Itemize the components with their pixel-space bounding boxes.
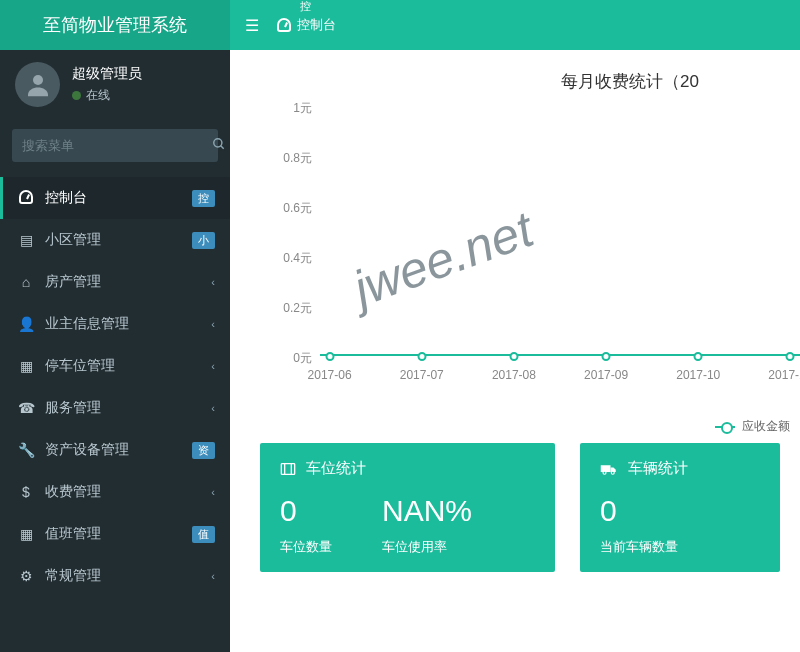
tab-console[interactable]: 控 控制台 bbox=[277, 10, 336, 40]
legend-marker-icon bbox=[715, 426, 735, 428]
chevron-left-icon: ‹ bbox=[211, 570, 215, 582]
sidebar: 超级管理员 在线 控制台控▤小区管理小⌂房产管理‹👤业主信息管理‹▦停车位管理‹… bbox=[0, 50, 230, 652]
chart-point bbox=[694, 352, 703, 361]
list-icon: ▤ bbox=[15, 232, 37, 248]
y-tick: 0.6元 bbox=[283, 200, 312, 217]
film-icon bbox=[280, 461, 296, 477]
dollar-icon: $ bbox=[15, 484, 37, 500]
card-parking-title: 车位统计 bbox=[306, 459, 366, 478]
x-tick: 2017-08 bbox=[492, 368, 536, 382]
menu-label: 资产设备管理 bbox=[45, 441, 192, 459]
menu-label: 房产管理 bbox=[45, 273, 211, 291]
vehicle-count-value: 0 bbox=[600, 494, 678, 528]
chart-area: 0元0.2元0.4元0.6元0.8元1元 2017-062017-072017-… bbox=[260, 108, 800, 418]
svg-line-2 bbox=[221, 146, 224, 149]
x-tick: 2017-06 bbox=[308, 368, 352, 382]
header-right: ☰ 控 控制台 bbox=[230, 10, 351, 40]
card-vehicle-title: 车辆统计 bbox=[628, 459, 688, 478]
user-icon bbox=[23, 70, 53, 100]
menu-label: 业主信息管理 bbox=[45, 315, 211, 333]
vehicle-count-label: 当前车辆数量 bbox=[600, 538, 678, 556]
chevron-left-icon: ‹ bbox=[211, 486, 215, 498]
y-tick: 0.8元 bbox=[283, 150, 312, 167]
sidebar-menu: 控制台控▤小区管理小⌂房产管理‹👤业主信息管理‹▦停车位管理‹☎服务管理‹🔧资产… bbox=[0, 177, 230, 597]
metric-parking-count: 0 车位数量 bbox=[280, 494, 332, 556]
dashboard-icon bbox=[277, 18, 291, 32]
y-tick: 0.4元 bbox=[283, 250, 312, 267]
menu-badge: 控 bbox=[192, 190, 215, 207]
status-text: 在线 bbox=[86, 87, 110, 104]
parking-rate-value: NAN% bbox=[382, 494, 472, 528]
chart-point bbox=[417, 352, 426, 361]
svg-point-8 bbox=[611, 471, 614, 474]
sidebar-item-3[interactable]: 👤业主信息管理‹ bbox=[0, 303, 230, 345]
stat-cards: 车位统计 0 车位数量 NAN% 车位使用率 车辆统计 0 bbox=[260, 418, 800, 572]
y-axis: 0元0.2元0.4元0.6元0.8元1元 bbox=[260, 108, 320, 358]
app-logo: 至简物业管理系统 bbox=[0, 0, 230, 50]
home-icon: ⌂ bbox=[15, 274, 37, 290]
sidebar-item-6[interactable]: 🔧资产设备管理资 bbox=[0, 429, 230, 471]
legend-label: 应收金额 bbox=[742, 419, 790, 433]
chart-line bbox=[320, 354, 800, 356]
menu-toggle-icon[interactable]: ☰ bbox=[245, 16, 259, 35]
user-name: 超级管理员 bbox=[72, 65, 142, 83]
svg-point-7 bbox=[603, 471, 606, 474]
chevron-left-icon: ‹ bbox=[211, 318, 215, 330]
sidebar-item-5[interactable]: ☎服务管理‹ bbox=[0, 387, 230, 429]
parking-rate-label: 车位使用率 bbox=[382, 538, 472, 556]
menu-label: 小区管理 bbox=[45, 231, 192, 249]
menu-badge: 资 bbox=[192, 442, 215, 459]
truck-icon bbox=[600, 462, 618, 476]
menu-label: 停车位管理 bbox=[45, 357, 211, 375]
menu-badge: 值 bbox=[192, 526, 215, 543]
status-dot-icon bbox=[72, 91, 81, 100]
chart-point bbox=[786, 352, 795, 361]
menu-label: 服务管理 bbox=[45, 399, 211, 417]
search-box bbox=[12, 129, 218, 162]
sidebar-item-4[interactable]: ▦停车位管理‹ bbox=[0, 345, 230, 387]
menu-label: 值班管理 bbox=[45, 525, 192, 543]
chevron-left-icon: ‹ bbox=[211, 360, 215, 372]
service-icon: ☎ bbox=[15, 400, 37, 416]
chart-point bbox=[509, 352, 518, 361]
tab-badge: 控 bbox=[295, 0, 316, 15]
sidebar-item-2[interactable]: ⌂房产管理‹ bbox=[0, 261, 230, 303]
user-panel: 超级管理员 在线 bbox=[0, 50, 230, 119]
x-tick: 2017-10 bbox=[676, 368, 720, 382]
header: 至简物业管理系统 ☰ 控 控制台 bbox=[0, 0, 800, 50]
x-tick: 2017-11 bbox=[768, 368, 800, 382]
x-tick: 2017-09 bbox=[584, 368, 628, 382]
chevron-left-icon: ‹ bbox=[211, 276, 215, 288]
wrench-icon: 🔧 bbox=[15, 442, 37, 458]
sidebar-item-8[interactable]: ▦值班管理值 bbox=[0, 513, 230, 555]
svg-rect-3 bbox=[281, 463, 294, 474]
chart-point bbox=[325, 352, 334, 361]
sidebar-item-7[interactable]: $收费管理‹ bbox=[0, 471, 230, 513]
parking-count-label: 车位数量 bbox=[280, 538, 332, 556]
card-vehicle: 车辆统计 0 当前车辆数量 bbox=[580, 443, 780, 572]
y-tick: 1元 bbox=[293, 100, 312, 117]
user-info: 超级管理员 在线 bbox=[72, 65, 142, 104]
menu-badge: 小 bbox=[192, 232, 215, 249]
tab-label: 控制台 bbox=[297, 16, 336, 34]
chart-point bbox=[602, 352, 611, 361]
card-vehicle-header: 车辆统计 bbox=[600, 459, 760, 478]
calendar-icon: ▦ bbox=[15, 526, 37, 542]
metric-vehicle-count: 0 当前车辆数量 bbox=[600, 494, 678, 556]
parking-icon: ▦ bbox=[15, 358, 37, 374]
sidebar-item-9[interactable]: ⚙常规管理‹ bbox=[0, 555, 230, 597]
svg-point-0 bbox=[33, 75, 43, 85]
search-icon bbox=[212, 137, 226, 151]
search-input[interactable] bbox=[12, 129, 200, 162]
avatar bbox=[15, 62, 60, 107]
y-tick: 0.2元 bbox=[283, 300, 312, 317]
chart-plot bbox=[320, 108, 800, 358]
parking-count-value: 0 bbox=[280, 494, 332, 528]
y-tick: 0元 bbox=[293, 350, 312, 367]
card-parking: 车位统计 0 车位数量 NAN% 车位使用率 bbox=[260, 443, 555, 572]
chevron-left-icon: ‹ bbox=[211, 402, 215, 414]
sidebar-item-0[interactable]: 控制台控 bbox=[0, 177, 230, 219]
menu-label: 收费管理 bbox=[45, 483, 211, 501]
menu-label: 控制台 bbox=[45, 189, 192, 207]
sidebar-item-1[interactable]: ▤小区管理小 bbox=[0, 219, 230, 261]
